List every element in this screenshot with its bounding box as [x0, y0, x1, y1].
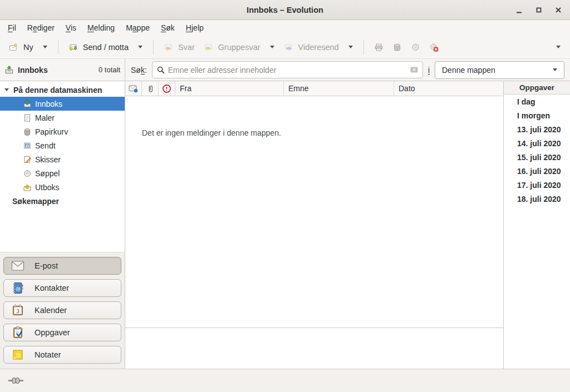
close-icon — [554, 6, 562, 14]
menubar: Fil Rediger Vis Melding Mappe Søk Hjelp — [0, 20, 570, 36]
forward-dropdown[interactable] — [343, 42, 358, 52]
group-reply-dropdown[interactable] — [265, 42, 279, 52]
switcher-tasks-button[interactable]: Oppgaver — [3, 324, 121, 341]
reply-button[interactable]: Svar — [159, 39, 199, 55]
menu-sok[interactable]: Søk — [155, 21, 180, 34]
sidebar-folder-soppel[interactable]: Søppel — [0, 166, 125, 180]
close-button[interactable] — [551, 3, 566, 17]
forward-icon — [284, 42, 293, 52]
window-title: Innboks – Evolution — [247, 6, 323, 14]
minimize-button[interactable] — [512, 3, 527, 17]
switcher-mail-button[interactable]: E-post — [3, 257, 121, 275]
task-date-row[interactable]: 13. juli 2020 — [504, 122, 570, 136]
task-date-row[interactable]: 18. juli 2020 — [504, 192, 570, 206]
main-body: På denne datamaskinen Innboks — [0, 81, 570, 369]
stamp-icon — [22, 141, 32, 150]
template-document-icon — [22, 113, 32, 122]
forward-label: Videresend — [298, 43, 339, 52]
menu-mappe[interactable]: Mappe — [120, 21, 155, 34]
read-status-icon — [129, 85, 138, 93]
folder-tree: På denne datamaskinen Innboks — [0, 81, 125, 252]
column-read-status[interactable] — [125, 81, 142, 96]
forward-button[interactable]: Videresend — [279, 39, 343, 55]
reply-label: Svar — [178, 43, 195, 52]
sidebar-folder-innboks[interactable]: Innboks — [0, 97, 125, 111]
print-button[interactable] — [370, 39, 388, 55]
trash-icon — [22, 127, 32, 136]
expander-triangle-icon[interactable] — [4, 88, 9, 91]
new-mail-icon — [9, 42, 18, 52]
task-date-row[interactable]: I morgen — [504, 108, 570, 122]
new-message-label: Ny — [23, 43, 33, 52]
maximize-icon — [535, 6, 543, 14]
send-receive-label: Send / motta — [83, 43, 129, 52]
new-message-dropdown[interactable] — [38, 42, 52, 52]
svg-text:3: 3 — [16, 308, 19, 314]
search-scope-dropdown[interactable]: Denne mappen — [435, 61, 564, 79]
chevron-down-icon — [553, 68, 557, 71]
toolbar-overflow-dropdown[interactable] — [551, 42, 566, 52]
outbox-icon — [22, 182, 32, 192]
send-receive-dropdown[interactable] — [133, 42, 148, 52]
folder-sidebar: På denne datamaskinen Innboks — [0, 81, 125, 369]
task-date-row[interactable]: 17. juli 2020 — [504, 178, 570, 192]
menu-vis[interactable]: Vis — [60, 21, 82, 34]
search-folders-label: Søkemapper — [12, 197, 59, 206]
folder-label: Utboks — [35, 183, 60, 192]
tasks-pane-header[interactable]: Oppgaver — [504, 81, 570, 95]
sidebar-folder-maler[interactable]: Maler — [0, 111, 125, 125]
window-controls — [512, 0, 566, 19]
menu-fil[interactable]: Fil — [2, 21, 22, 34]
group-reply-button[interactable]: Gruppesvar — [199, 39, 265, 55]
online-status-button[interactable] — [8, 377, 23, 384]
titlebar[interactable]: Innboks – Evolution — [0, 0, 570, 20]
send-receive-button[interactable]: Send / motta — [64, 39, 133, 55]
menu-rediger[interactable]: Rediger — [22, 21, 60, 34]
trash-icon — [392, 42, 402, 52]
scope-label: i — [428, 66, 430, 75]
account-row[interactable]: På denne datamaskinen — [0, 83, 125, 97]
column-subject[interactable]: Emne — [284, 81, 394, 96]
task-date-row[interactable]: 14. juli 2020 — [504, 136, 570, 150]
switcher-calendar-label: Kalender — [35, 306, 67, 315]
task-date-row[interactable]: 15. juli 2020 — [504, 150, 570, 164]
menu-melding[interactable]: Melding — [82, 21, 120, 34]
column-priority[interactable] — [159, 81, 175, 96]
chevron-down-icon — [556, 46, 561, 48]
switcher-calendar-button[interactable]: 3 Kalender — [3, 301, 121, 319]
switcher-memos-label: Notater — [35, 350, 61, 359]
chevron-down-icon — [348, 46, 353, 48]
not-junk-button[interactable] — [425, 39, 443, 55]
message-list-header: Fra Emne Dato — [125, 81, 503, 96]
address-book-icon: @ — [11, 281, 24, 295]
online-plug-icon — [8, 377, 23, 384]
maximize-button[interactable] — [532, 3, 546, 17]
sidebar-search-folders[interactable]: Søkemapper — [0, 194, 125, 208]
new-message-button[interactable]: Ny — [4, 39, 38, 55]
sidebar-folder-skisser[interactable]: Skisser — [0, 152, 125, 166]
switcher-tasks-label: Oppgaver — [35, 328, 70, 337]
delete-button[interactable] — [388, 39, 406, 55]
inbox-icon — [4, 65, 14, 75]
switcher-contacts-label: Kontakter — [35, 284, 69, 292]
search-input[interactable] — [168, 66, 407, 75]
minimize-icon — [515, 6, 523, 14]
sidebar-folder-papirkurv[interactable]: Papirkurv — [0, 125, 125, 138]
toolbar-separator — [153, 40, 154, 54]
column-from[interactable]: Fra — [175, 81, 284, 96]
task-date-row[interactable]: I dag — [504, 95, 570, 108]
message-count: 0 totalt — [99, 66, 120, 74]
column-attachment[interactable] — [142, 81, 159, 96]
column-date[interactable]: Dato — [394, 81, 503, 96]
junk-icon — [411, 42, 420, 52]
switcher-contacts-button[interactable]: @ Kontakter — [3, 279, 121, 297]
message-list-pane: Fra Emne Dato Det er ingen meldinger i d… — [125, 81, 503, 369]
search-entry[interactable] — [152, 61, 423, 78]
task-date-row[interactable]: 16. juli 2020 — [504, 164, 570, 178]
junk-button[interactable] — [406, 39, 425, 55]
clear-search-icon[interactable] — [410, 66, 419, 74]
sidebar-folder-utboks[interactable]: Utboks — [0, 180, 125, 194]
sidebar-folder-sendt[interactable]: Sendt — [0, 138, 125, 152]
menu-hjelp[interactable]: Hjelp — [180, 21, 209, 34]
switcher-memos-button[interactable]: Notater — [3, 346, 121, 364]
